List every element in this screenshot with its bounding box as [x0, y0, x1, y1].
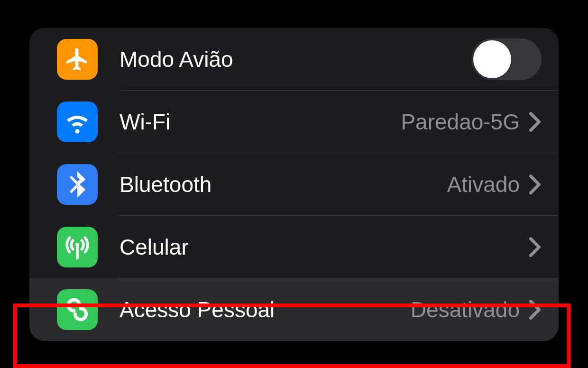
cellular-antenna-icon [57, 227, 98, 267]
toggle-knob [473, 40, 511, 78]
wifi-value: Paredao-5G [401, 109, 520, 135]
airplane-icon [57, 39, 98, 80]
chevron-right-icon [528, 299, 542, 320]
airplane-label: Modo Avião [119, 46, 471, 72]
wifi-label: Wi-Fi [119, 109, 401, 135]
hotspot-link-icon [57, 289, 98, 330]
row-wifi[interactable]: Wi-Fi Paredao-5G [29, 91, 559, 153]
bluetooth-icon [57, 164, 98, 205]
airplane-toggle[interactable] [471, 38, 542, 80]
settings-connectivity-group: Modo Avião Wi-Fi Paredao-5G Bluetooth At… [29, 28, 559, 341]
row-airplane-mode[interactable]: Modo Avião [29, 28, 559, 91]
row-personal-hotspot[interactable]: Acesso Pessoal Desativado [29, 278, 559, 341]
chevron-right-icon [528, 237, 542, 258]
bluetooth-label: Bluetooth [119, 172, 447, 197]
hotspot-label: Acesso Pessoal [119, 297, 411, 322]
wifi-icon [57, 101, 98, 142]
row-bluetooth[interactable]: Bluetooth Ativado [29, 153, 559, 216]
chevron-right-icon [528, 111, 542, 132]
row-cellular[interactable]: Celular [29, 216, 559, 278]
hotspot-value: Desativado [411, 297, 520, 322]
chevron-right-icon [528, 174, 542, 195]
cellular-label: Celular [119, 234, 528, 260]
bluetooth-value: Ativado [447, 172, 520, 197]
